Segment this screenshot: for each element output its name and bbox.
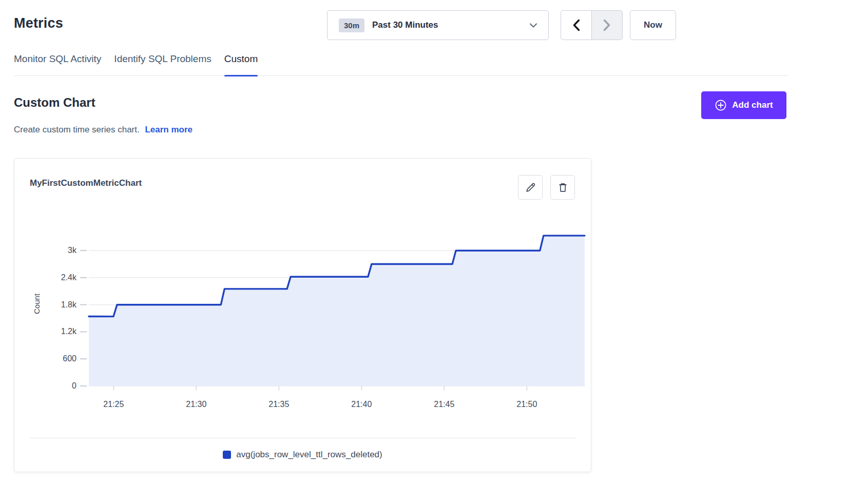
chart-legend: avg(jobs_row_level_ttl_rows_deleted) <box>14 446 591 463</box>
section-subtitle: Create custom time series chart. Learn m… <box>14 125 192 135</box>
add-chart-button[interactable]: Add chart <box>701 91 786 119</box>
edit-chart-button[interactable] <box>518 175 543 200</box>
previous-time-button[interactable] <box>561 10 592 40</box>
page-title: Metrics <box>14 15 63 31</box>
x-axis-tick-label: 21:45 <box>434 400 454 409</box>
tab-monitor-sql-activity[interactable]: Monitor SQL Activity <box>14 51 101 75</box>
chart-area-fill <box>89 236 585 386</box>
time-range-label: Past 30 Minutes <box>372 20 530 30</box>
time-range-selector[interactable]: 30m Past 30 Minutes <box>327 10 549 40</box>
trash-icon <box>557 182 568 193</box>
y-axis-tick-label: 3k <box>68 246 76 255</box>
tab-custom[interactable]: Custom <box>224 51 258 75</box>
section-subtitle-text: Create custom time series chart. <box>14 125 140 134</box>
y-axis-ticks: 06001.2k1.8k2.4k3k <box>14 221 83 386</box>
next-time-button[interactable] <box>591 10 623 40</box>
chevron-left-icon <box>572 19 580 31</box>
x-axis-tick-label: 21:50 <box>516 400 537 409</box>
active-tab-underline <box>224 75 258 76</box>
add-chart-label: Add chart <box>732 100 773 110</box>
section-title: Custom Chart <box>14 95 95 110</box>
legend-series-label: avg(jobs_row_level_ttl_rows_deleted) <box>236 450 382 460</box>
delete-chart-button[interactable] <box>550 175 575 200</box>
chevron-down-icon <box>530 23 537 28</box>
learn-more-link[interactable]: Learn more <box>145 125 192 134</box>
custom-chart-card: MyFirstCustomMetricChart Count 06001.2k1… <box>14 158 591 472</box>
plus-circle-icon <box>715 99 727 111</box>
x-axis-tick-label: 21:40 <box>351 400 372 409</box>
tab-identify-sql-problems[interactable]: Identify SQL Problems <box>114 51 211 75</box>
chart-plot-area <box>89 221 585 386</box>
y-axis-tick-label: 600 <box>63 354 76 363</box>
y-axis-tick-label: 2.4k <box>61 273 76 282</box>
x-axis-tick-label: 21:25 <box>103 400 124 409</box>
chart-title: MyFirstCustomMetricChart <box>30 178 142 188</box>
chevron-right-icon <box>603 19 611 31</box>
x-axis-tick-label: 21:35 <box>268 400 289 409</box>
legend-series-swatch <box>223 451 231 459</box>
y-axis-tick-label: 1.8k <box>61 300 76 309</box>
tab-label: Monitor SQL Activity <box>14 53 101 64</box>
time-range-badge: 30m <box>339 18 364 32</box>
now-button[interactable]: Now <box>630 10 676 40</box>
tab-label: Custom <box>224 53 258 64</box>
x-axis-ticks: 21:2521:3021:3521:4021:4521:50 <box>89 400 585 412</box>
y-axis-tick-label: 0 <box>72 381 76 391</box>
time-step-buttons <box>561 10 623 40</box>
y-axis-tick-label: 1.2k <box>61 327 76 336</box>
x-axis-tick-label: 21:30 <box>186 400 206 409</box>
tab-label: Identify SQL Problems <box>114 53 211 64</box>
legend-divider <box>30 438 576 438</box>
metrics-tabs: Monitor SQL Activity Identify SQL Proble… <box>14 51 788 76</box>
pencil-icon <box>525 182 536 193</box>
